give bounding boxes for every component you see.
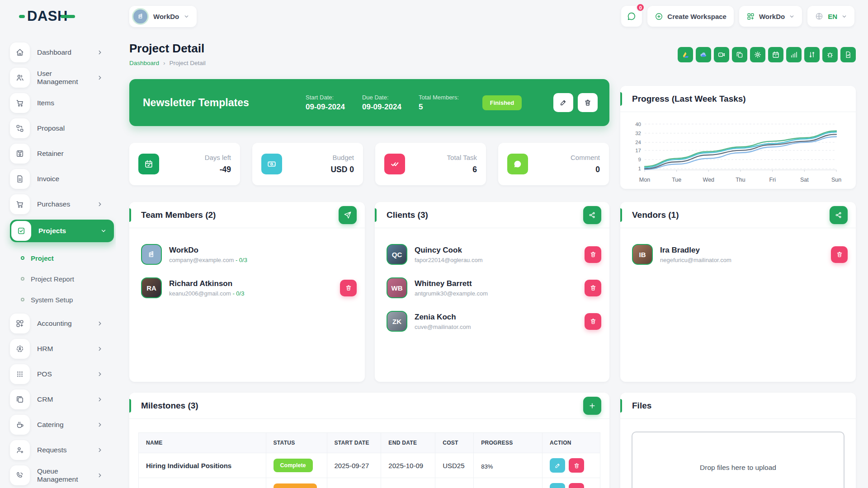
sidebar-subitem-project[interactable]: Project: [10, 248, 116, 268]
grid-plus-icon: [746, 12, 755, 21]
sidebar-item-purchases[interactable]: Purchases: [10, 194, 116, 214]
list-item: QC Quincy Cook fapor22014@oglerau.com: [387, 240, 601, 269]
col-cost: COST: [435, 433, 474, 453]
chevron-down-icon: [184, 14, 189, 19]
sidebar-subitem-system-setup[interactable]: System Setup: [10, 289, 116, 310]
sidebar-item-user-management[interactable]: User Management: [10, 68, 116, 88]
project-name: Newsletter Templates: [143, 97, 306, 109]
edit-project-button pencil-icon[interactable]: [553, 93, 573, 112]
sidebar-item-hrm[interactable]: HRM: [10, 339, 116, 359]
brand-logo[interactable]: DASH: [0, 0, 116, 33]
sidebar-item-proposal[interactable]: Proposal: [10, 118, 116, 138]
meeting-button video-icon[interactable]: [714, 47, 729, 62]
sidebar-item-crm[interactable]: CRM: [10, 389, 116, 409]
analytics-button bar-chart-icon[interactable]: [786, 47, 802, 62]
logo-dash-icon: [61, 15, 75, 18]
list-item: ZK Zenia Koch cuve@mailinator.com: [387, 307, 601, 336]
sidebar-subitem-project-report[interactable]: Project Report: [10, 268, 116, 289]
share-clients-button share-icon[interactable]: [583, 206, 601, 224]
bullet-icon: [21, 256, 24, 260]
sidebar: DASH Dashboard User Management Items Pro…: [0, 0, 116, 488]
list-item: RA Richard Atkinson keanu2006@gmail.com …: [141, 273, 357, 302]
chevron-down-icon: [789, 14, 795, 19]
main-content: Project Detail Dashboard › Project Detai…: [116, 33, 868, 488]
globe-icon: [815, 12, 824, 21]
sidebar-item-dashboard[interactable]: Dashboard: [10, 42, 116, 62]
sidebar-item-invoice[interactable]: Invoice: [10, 169, 116, 189]
col-progress: PROGRESS: [474, 433, 542, 453]
calendar-button calendar-icon[interactable]: [768, 47, 783, 62]
edit-milestone-button pencil-icon[interactable]: [550, 483, 565, 488]
delete-milestone-button trash-icon[interactable]: [569, 458, 584, 473]
sidebar-item-items[interactable]: Items: [10, 93, 116, 113]
chevron-right-icon: [97, 75, 103, 81]
sidebar-item-projects[interactable]: Projects: [10, 220, 114, 242]
remove-client-button trash-icon[interactable]: [585, 313, 601, 330]
share-vendors-button share-icon[interactable]: [830, 206, 848, 224]
stat-budget: BudgetUSD 0: [252, 143, 363, 185]
sidebar-item-retainer[interactable]: Retainer: [10, 144, 116, 164]
file-dropzone[interactable]: Drop files here to upload: [632, 432, 844, 488]
delete-project-button trash-icon[interactable]: [578, 93, 598, 112]
create-workspace-button[interactable]: Create Workspace: [647, 6, 734, 27]
list-item: WB Whitney Barrett antgrumik30@example.c…: [387, 273, 601, 302]
app: DASH Dashboard User Management Items Pro…: [0, 0, 868, 488]
windows-copy-icon: [10, 389, 30, 409]
svg-text:40: 40: [635, 122, 641, 127]
bug-report-button bug-icon[interactable]: [822, 47, 838, 62]
sidebar-item-accounting[interactable]: Accounting: [10, 314, 116, 333]
gantt-button gantt-icon[interactable]: [804, 47, 820, 62]
member-email: negefuricu@mailinator.com: [660, 257, 731, 263]
milestone-name: Hiring Individual Positions: [139, 453, 266, 478]
messages-button chat-icon[interactable]: 0: [621, 6, 642, 27]
language-selector[interactable]: EN: [807, 6, 854, 27]
remove-client-button trash-icon[interactable]: [585, 246, 601, 263]
workspace-selector[interactable]: WorkDo: [129, 6, 197, 27]
remove-vendor-button trash-icon[interactable]: [831, 246, 848, 263]
duplicate-button copy-icon[interactable]: [732, 47, 747, 62]
breadcrumb-dashboard-link[interactable]: Dashboard: [129, 60, 159, 66]
chevron-right-icon: [97, 320, 103, 327]
member-name: WorkDo: [169, 246, 247, 255]
svg-text:32: 32: [635, 131, 641, 136]
delete-milestone-button trash-icon[interactable]: [569, 483, 584, 488]
remove-member-button trash-icon[interactable]: [340, 280, 357, 296]
svg-text:17: 17: [635, 148, 641, 153]
svg-text:Fri: Fri: [769, 177, 776, 183]
add-milestone-button plus-icon[interactable]: [583, 397, 601, 415]
breadcrumb-separator: ›: [163, 60, 165, 66]
member-email: antgrumik30@example.com: [415, 290, 488, 297]
svg-text:9: 9: [638, 157, 641, 162]
member-email: cuve@mailinator.com: [415, 324, 471, 330]
avatar: ZK: [387, 311, 407, 332]
sidebar-item-requests[interactable]: Requests: [10, 440, 116, 460]
invite-member-button send-icon[interactable]: [339, 206, 357, 224]
files-header: Files: [620, 393, 856, 419]
sidebar-item-catering[interactable]: Catering: [10, 415, 116, 435]
milestone-cost: USD25: [435, 453, 474, 478]
google-drive-button google-drive-icon[interactable]: [678, 47, 693, 62]
bullet-icon: [21, 298, 24, 301]
svg-text:Tue: Tue: [672, 177, 681, 183]
svg-text:Sun: Sun: [831, 177, 841, 183]
remove-client-button trash-icon[interactable]: [585, 280, 601, 296]
workspace-avatar building-icon: [132, 8, 149, 25]
edit-milestone-button pencil-icon[interactable]: [550, 458, 565, 473]
workspace-switcher-button[interactable]: WorkDo: [739, 6, 802, 27]
settings-button gear-icon[interactable]: [750, 47, 765, 62]
sidebar-item-pos[interactable]: POS: [10, 364, 116, 384]
svg-text:Sat: Sat: [800, 177, 809, 183]
report-button file-chart-icon[interactable]: [840, 47, 856, 62]
svg-text:Thu: Thu: [736, 177, 745, 183]
chevron-down-icon: [841, 14, 847, 19]
member-email: fapor22014@oglerau.com: [415, 257, 483, 263]
milestone-status-badge: Incomplete: [274, 483, 317, 488]
milestone-end: 2025-10-16: [381, 478, 435, 488]
milestone-status-badge: Complete: [274, 459, 313, 472]
onedrive-button cloud-icon[interactable]: [696, 47, 711, 62]
phone-icon: [10, 465, 30, 485]
chevron-right-icon: [97, 396, 103, 403]
sidebar-item-queue-management[interactable]: Queue Management: [10, 465, 116, 485]
chevron-right-icon: [97, 201, 103, 207]
progress-chart-header: Progress (Last Week Tasks): [620, 86, 856, 112]
